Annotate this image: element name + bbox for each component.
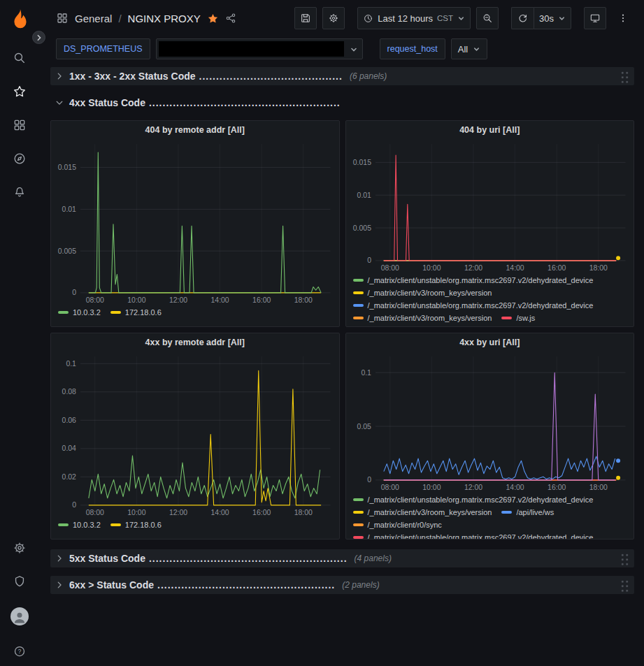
svg-text:0.04: 0.04 xyxy=(62,444,77,452)
more-options-kebab-button[interactable] xyxy=(612,7,634,29)
row-drag-handle[interactable] xyxy=(620,70,629,83)
chevron-down-icon xyxy=(473,45,480,53)
time-series-chart[interactable]: 08:0010:0012:0014:0016:0018:0000.050.1 xyxy=(346,352,634,493)
time-series-chart[interactable]: 08:0010:0012:0014:0016:0018:0000.020.040… xyxy=(51,352,339,518)
legend-item[interactable]: /_matrix/client/r0/sync xyxy=(353,519,442,530)
legend-item[interactable]: /_matrix/client/v3/room_keys/version xyxy=(353,507,492,518)
legend-item[interactable]: /api/live/ws xyxy=(501,507,554,518)
svg-text:0.1: 0.1 xyxy=(361,369,371,377)
timezone-label: CST xyxy=(437,14,453,22)
zoom-out-icon xyxy=(482,13,493,24)
svg-text:14:00: 14:00 xyxy=(210,509,229,516)
breadcrumb-section[interactable]: General xyxy=(75,13,112,24)
datasource-variable-select[interactable] xyxy=(156,38,363,59)
starred-dashboards-icon[interactable] xyxy=(12,84,27,99)
favorite-star-icon[interactable] xyxy=(207,13,219,24)
legend-item[interactable]: 172.18.0.6 xyxy=(110,307,162,318)
grafana-logo[interactable] xyxy=(7,7,32,32)
request-host-variable-label[interactable]: request_host xyxy=(380,38,445,59)
legend-item[interactable]: /_matrix/client/unstable/org.matrix.msc2… xyxy=(353,275,594,286)
legend-series-name: 172.18.0.6 xyxy=(125,521,162,529)
panel-title[interactable]: 4xx by uri [All] xyxy=(346,333,634,352)
dashboard-settings-button[interactable] xyxy=(322,7,345,29)
time-series-chart[interactable]: 08:0010:0012:0014:0016:0018:0000.0050.01… xyxy=(51,139,339,305)
refresh-picker: 30s xyxy=(511,7,571,29)
panel-title[interactable]: 404 by uri [All] xyxy=(346,121,634,139)
datasource-variable-label[interactable]: DS_PROMETHEUS xyxy=(56,38,150,59)
refresh-interval-dropdown[interactable]: 30s xyxy=(534,7,571,29)
legend-series-color xyxy=(58,523,69,526)
legend-item[interactable]: /_matrix/client/v3/room_keys/version xyxy=(353,312,492,324)
legend-item[interactable]: /_matrix/client/unstable/org.matrix.msc2… xyxy=(353,494,594,505)
legend-item[interactable]: 172.18.0.6 xyxy=(110,519,162,530)
refresh-button[interactable] xyxy=(511,7,534,29)
share-icon[interactable] xyxy=(225,13,236,24)
svg-text:0: 0 xyxy=(72,289,76,296)
legend-item[interactable]: /_matrix/client/unstable/org.matrix.msc2… xyxy=(353,300,594,311)
legend-series-name: /_matrix/client/v3/room_keys/version xyxy=(368,314,492,322)
legend-series-color xyxy=(353,291,364,294)
clock-icon xyxy=(363,13,373,24)
legend-series-name: /_matrix/client/unstable/org.matrix.msc2… xyxy=(368,533,594,539)
request-host-variable-select[interactable]: All xyxy=(451,38,487,59)
dashboards-icon[interactable] xyxy=(12,117,27,133)
variables-bar: DS_PROMETHEUS request_host All xyxy=(39,36,644,61)
row-6xx[interactable]: 6xx > Status Code ......................… xyxy=(50,576,634,594)
svg-text:0: 0 xyxy=(367,476,371,484)
legend-item[interactable]: /_matrix/client/unstable/org.matrix.msc2… xyxy=(353,532,594,539)
chevron-right-icon xyxy=(36,34,43,41)
svg-text:18:00: 18:00 xyxy=(294,509,313,516)
time-range-picker[interactable]: Last 12 hours CST xyxy=(357,7,471,29)
kebab-menu-icon xyxy=(617,13,629,24)
panel-title[interactable]: 404 by remote addr [All] xyxy=(51,121,339,139)
search-icon[interactable] xyxy=(12,50,27,66)
legend-series-color xyxy=(110,523,121,526)
explore-compass-icon[interactable] xyxy=(12,151,27,166)
main-area: General / NGINX PROXY Last 12 hours CST xyxy=(39,0,644,666)
svg-text:08:00: 08:00 xyxy=(86,509,104,516)
legend-item[interactable]: /_matrix/client/v3/room_keys/version xyxy=(353,287,492,298)
breadcrumb-divider: / xyxy=(118,13,121,24)
save-dashboard-button[interactable] xyxy=(294,7,317,29)
cycle-view-mode-button[interactable] xyxy=(584,7,606,29)
configuration-gear-icon[interactable] xyxy=(12,540,27,556)
svg-text:0.06: 0.06 xyxy=(62,417,77,424)
row-drag-handle[interactable] xyxy=(620,579,629,592)
legend-item[interactable]: 10.0.3.2 xyxy=(58,519,101,530)
legend-series-name: /sw.js xyxy=(516,314,535,322)
row-title-dots: ........................................… xyxy=(149,97,341,108)
legend-series-name: /_matrix/client/unstable/org.matrix.msc2… xyxy=(368,495,594,504)
time-series-chart[interactable]: 08:0010:0012:0014:0016:0018:0000.0050.01… xyxy=(346,139,634,273)
svg-text:18:00: 18:00 xyxy=(589,264,607,272)
svg-text:12:00: 12:00 xyxy=(169,296,187,304)
server-admin-shield-icon[interactable] xyxy=(12,574,27,589)
help-icon[interactable]: ? xyxy=(12,644,27,659)
legend-series-name: 10.0.3.2 xyxy=(73,521,101,529)
row-title-dots: ........................................… xyxy=(199,71,343,82)
alerting-bell-icon[interactable] xyxy=(12,184,27,200)
panel-title[interactable]: 4xx by remote addr [All] xyxy=(51,333,339,352)
row-5xx[interactable]: 5xx Status Code ........................… xyxy=(50,549,634,567)
legend-series-color xyxy=(353,279,364,282)
svg-text:18:00: 18:00 xyxy=(294,296,313,304)
chevron-down-icon xyxy=(350,45,358,54)
legend-item[interactable]: 10.0.3.2 xyxy=(58,307,101,318)
legend-series-color xyxy=(501,317,512,319)
apps-grid-icon xyxy=(56,12,69,24)
zoom-out-button[interactable] xyxy=(476,7,499,29)
row-drag-handle[interactable] xyxy=(620,552,629,565)
row-1xx-3xx-2xx[interactable]: 1xx - 3xx - 2xx Status Code ............… xyxy=(50,67,634,85)
svg-text:?: ? xyxy=(18,648,22,655)
sidebar-expand-button[interactable] xyxy=(32,31,45,44)
svg-text:0: 0 xyxy=(367,256,371,264)
svg-text:16:00: 16:00 xyxy=(548,484,566,491)
user-avatar[interactable] xyxy=(10,607,29,625)
panel-404-by-remote-addr: 404 by remote addr [All] 08:0010:0012:00… xyxy=(50,120,340,327)
row-4xx[interactable]: 4xx Status Code ........................… xyxy=(50,94,634,112)
svg-text:0.015: 0.015 xyxy=(352,159,371,166)
chart-legend: /_matrix/client/unstable/org.matrix.msc2… xyxy=(346,493,634,539)
person-icon xyxy=(11,609,28,625)
legend-item[interactable]: /sw.js xyxy=(501,312,535,324)
row-title: 5xx Status Code xyxy=(69,553,145,564)
grafana-dashboard: { "app": { "breadcrumb": { "section": "G… xyxy=(0,0,644,666)
